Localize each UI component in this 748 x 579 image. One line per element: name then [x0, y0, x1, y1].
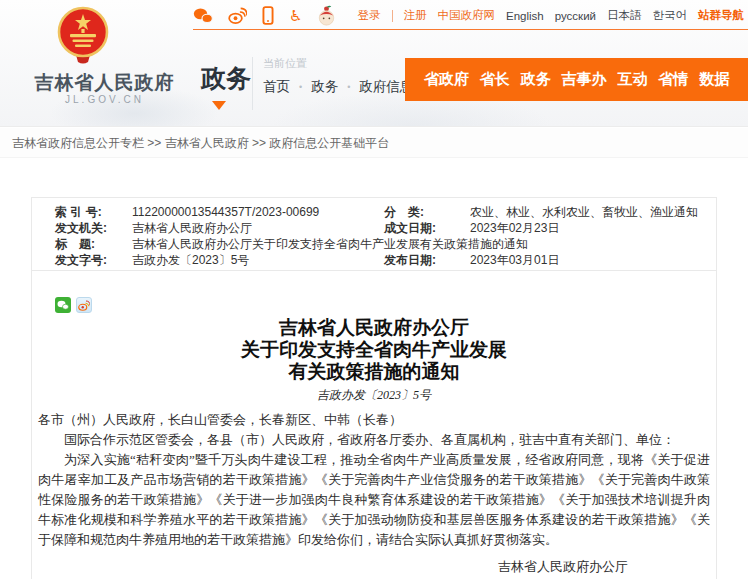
main-nav: 省政府 省长 政务 吉事办 互动 省情 数据 — [405, 58, 748, 101]
vertical-divider — [252, 57, 253, 110]
meta-label-index: 索 引 号: — [32, 204, 132, 220]
document-title-line-3: 有关政策措施的通知 — [32, 361, 716, 383]
signature-org: 吉林省人民政府办公厅 — [32, 558, 716, 576]
section-title: 政务 — [201, 62, 251, 95]
social-icon-row: ♿ — [193, 5, 336, 25]
meta-label-doc-number: 发文字号: — [32, 252, 132, 268]
document-body: 各市（州）人民政府，长白山管委会，长春新区、中韩（长春） 国际合作示范区管委会，… — [32, 410, 716, 550]
nav-item-provincial-gov[interactable]: 省政府 — [424, 70, 469, 89]
link-russian[interactable]: русский — [555, 10, 596, 22]
breadcrumb-separator: • — [347, 82, 350, 92]
document-container: 索 引 号: 11220000013544357T/2023-00699 分 类… — [31, 197, 717, 579]
meta-label-publish-date: 发布日期: — [382, 252, 470, 268]
addressee-line-1: 各市（州）人民政府，长白山管委会，长春新区、中韩（长春） — [38, 410, 710, 430]
meta-value-publish-date: 2023年03月01日 — [470, 252, 716, 268]
nav-item-province-profile[interactable]: 省情 — [658, 70, 688, 89]
share-wechat-icon[interactable] — [55, 297, 71, 313]
current-location-label: 当前位置 — [263, 56, 307, 71]
breadcrumb-separator: • — [299, 82, 302, 92]
link-china-gov[interactable]: 中国政府网 — [438, 8, 496, 23]
accessibility-icon[interactable]: ♿ — [289, 8, 302, 23]
utility-links: 登录 注册 中国政府网 English русский 日本語 한국어 站群导航 — [358, 8, 745, 23]
site-group-nav-link[interactable]: 站群导航 — [698, 8, 744, 23]
document-title: 吉林省人民政府办公厅 关于印发支持全省肉牛产业发展 有关政策措施的通知 — [32, 317, 716, 383]
document-meta-table: 索 引 号: 11220000013544357T/2023-00699 分 类… — [32, 198, 716, 271]
site-domain: JL.GOV.CN — [22, 94, 187, 105]
meta-label-title: 标 题: — [32, 236, 132, 252]
nav-item-governor[interactable]: 省长 — [480, 70, 510, 89]
meta-value-index: 11220000013544357T/2023-00699 — [132, 204, 382, 220]
document-title-line-2: 关于印发支持全省肉牛产业发展 — [32, 339, 716, 361]
mascot-icon[interactable] — [317, 5, 336, 26]
meta-label-category: 分 类: — [382, 204, 470, 220]
mobile-icon[interactable] — [262, 6, 274, 25]
addressee-line-2: 国际合作示范区管委会，各县（市）人民政府，省政府各厅委办、各直属机构，驻吉中直有… — [38, 430, 710, 450]
breadcrumb-zhengwu[interactable]: 政务 — [311, 78, 338, 96]
site-name: 吉林省人民政府 — [22, 70, 187, 96]
body-paragraph: 为深入实施“秸秆变肉”暨千万头肉牛建设工程，推动全省肉牛产业高质量发展，经省政府… — [38, 450, 710, 550]
site-header: ♿ 登录 注册 中国政府网 English русский 日本語 한국어 站群… — [0, 0, 748, 127]
login-link[interactable]: 登录 — [358, 8, 381, 23]
wechat-icon[interactable] — [193, 7, 213, 24]
nav-item-zhengwu[interactable]: 政务 — [521, 70, 551, 89]
section-dropdown-arrow-icon[interactable] — [212, 101, 226, 110]
meta-value-title: 吉林省人民政府办公厅关于印发支持全省肉牛产业发展有关政策措施的通知 — [132, 236, 716, 252]
breadcrumb-home[interactable]: 首页 — [263, 78, 290, 96]
share-weibo-icon[interactable] — [76, 297, 92, 313]
link-japanese[interactable]: 日本語 — [607, 8, 642, 23]
meta-value-doc-number: 吉政办发〔2023〕5号 — [132, 252, 382, 268]
document-title-line-1: 吉林省人民政府办公厅 — [32, 317, 716, 339]
signature-block: 吉林省人民政府办公厅 2023年2月23日 — [32, 558, 716, 579]
share-row — [55, 297, 716, 313]
nav-item-interaction[interactable]: 互动 — [617, 70, 647, 89]
link-english[interactable]: English — [506, 10, 544, 22]
register-link[interactable]: 注册 — [404, 8, 427, 23]
nav-item-jishiban[interactable]: 吉事办 — [562, 70, 607, 89]
meta-value-issuer: 吉林省人民政府办公厅 — [132, 220, 382, 236]
meta-value-written-date: 2023年02月23日 — [470, 220, 716, 236]
national-emblem-logo — [56, 5, 110, 65]
login-register-divider — [392, 10, 393, 22]
page: ♿ 登录 注册 中国政府网 English русский 日本語 한국어 站群… — [0, 0, 748, 579]
meta-label-issuer: 发文机关: — [32, 220, 132, 236]
link-korean[interactable]: 한국어 — [653, 8, 688, 23]
document-number: 吉政办发〔2023〕5号 — [32, 387, 716, 402]
meta-label-written-date: 成文日期: — [382, 220, 470, 236]
sub-breadcrumb-bar: 吉林省政府信息公开专栏 >> 吉林省人民政府 >> 政府信息公开基础平台 — [0, 128, 748, 158]
sub-breadcrumb-text: 吉林省政府信息公开专栏 >> 吉林省人民政府 >> 政府信息公开基础平台 — [12, 136, 389, 150]
meta-value-category: 农业、林业、水利农业、畜牧业、渔业通知 — [470, 204, 716, 220]
nav-item-data[interactable]: 数据 — [699, 70, 729, 89]
header-divider-line — [193, 29, 748, 30]
weibo-icon[interactable] — [228, 7, 247, 24]
